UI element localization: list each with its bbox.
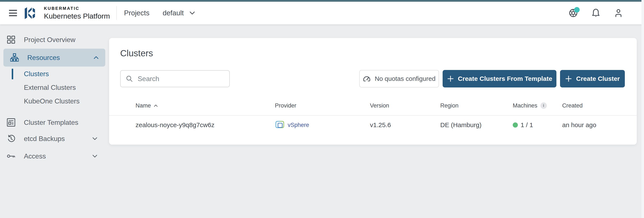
sidebar-item-etcd-backups[interactable]: etcd Backups <box>0 132 109 145</box>
column-header-provider[interactable]: Provider <box>275 102 370 109</box>
sidebar-subitem-kubeone-clusters[interactable]: KubeOne Clusters <box>0 94 109 108</box>
search-icon <box>126 75 133 82</box>
quotas-button[interactable]: No quotas configured <box>359 70 439 87</box>
column-header-version[interactable]: Version <box>370 102 440 109</box>
history-icon <box>6 134 16 143</box>
sidebar-item-label: External Clusters <box>24 84 76 92</box>
provider-label: vSphere <box>288 122 309 128</box>
project-selector[interactable]: default <box>162 9 195 17</box>
table-header: Name Provider Version Region Machines i … <box>109 101 637 110</box>
sidebar-item-resources[interactable]: Resources <box>4 49 105 67</box>
column-header-region[interactable]: Region <box>440 102 513 109</box>
hamburger-icon <box>9 10 17 11</box>
brand-text: KUBERMATIC Kubernetes Platform <box>44 6 110 20</box>
vsphere-icon <box>275 121 285 129</box>
cluster-table-row[interactable]: zealous-noyce-y9q8g7cw6z vSphere v1.25.6… <box>109 116 637 134</box>
quotas-button-label: No quotas configured <box>375 75 435 82</box>
sidebar-item-label: KubeOne Clusters <box>24 97 80 105</box>
search-input[interactable] <box>138 75 223 83</box>
page-title: Clusters <box>109 38 637 59</box>
grid-icon <box>6 36 16 44</box>
search-box <box>120 70 230 87</box>
notification-badge-dot <box>574 7 580 13</box>
sidebar-subitem-external-clusters[interactable]: External Clusters <box>0 81 109 94</box>
chevron-down-icon <box>189 11 195 15</box>
machines-cell: 1 / 1 <box>513 121 562 129</box>
sidebar-item-label: Resources <box>27 54 93 62</box>
person-icon <box>614 8 623 18</box>
gauge-icon <box>363 75 371 83</box>
machines-health-dot <box>513 122 518 128</box>
sidebar-item-label: Cluster Templates <box>24 119 102 126</box>
brand-name-small: KUBERMATIC <box>44 6 110 11</box>
project-selector-value: default <box>162 9 184 17</box>
info-icon[interactable]: i <box>540 102 547 109</box>
selected-indicator <box>12 69 13 79</box>
kubermatic-logo[interactable] <box>25 5 39 21</box>
column-header-created[interactable]: Created <box>562 102 637 109</box>
create-cluster-label: Create Cluster <box>576 75 620 82</box>
region-cell: DE (Hamburg) <box>440 121 513 129</box>
create-from-template-label: Create Clusters From Template <box>458 75 552 82</box>
changelog-button[interactable] <box>568 8 578 18</box>
brand-name-large: Kubernetes Platform <box>44 12 110 20</box>
sidebar-item-label: Project Overview <box>24 36 102 44</box>
sidebar: Project Overview Resources Clusters <box>0 24 109 218</box>
scrollbar[interactable] <box>642 0 644 218</box>
sidebar-item-label: Access <box>24 152 92 160</box>
header-divider <box>116 6 117 20</box>
top-accent-strip <box>0 0 644 2</box>
create-cluster-button[interactable]: Create Cluster <box>560 70 625 87</box>
nav-projects-link[interactable]: Projects <box>124 9 150 17</box>
sort-asc-icon <box>154 104 158 107</box>
template-icon <box>6 118 16 127</box>
notifications-button[interactable] <box>591 8 601 18</box>
provider-cell: vSphere <box>275 121 370 129</box>
chevron-up-icon <box>93 56 99 60</box>
sidebar-item-project-overview[interactable]: Project Overview <box>0 33 109 47</box>
sidebar-item-cluster-templates[interactable]: Cluster Templates <box>0 116 109 129</box>
sidebar-subitem-clusters[interactable]: Clusters <box>0 67 109 81</box>
create-clusters-from-template-button[interactable]: Create Clusters From Template <box>442 70 556 87</box>
machines-count: 1 / 1 <box>520 121 533 129</box>
created-cell: an hour ago <box>562 121 637 129</box>
app-header: KUBERMATIC Kubernetes Platform Projects … <box>0 2 644 24</box>
sidebar-item-label: Clusters <box>24 70 49 78</box>
plus-icon <box>565 75 572 82</box>
menu-button[interactable] <box>9 10 17 16</box>
toolbar: No quotas configured Create Clusters Fro… <box>120 70 625 87</box>
sidebar-item-access[interactable]: Access <box>0 149 109 163</box>
bell-icon <box>591 8 601 18</box>
column-header-machines[interactable]: Machines i <box>513 102 562 109</box>
sitemap-icon <box>10 53 19 62</box>
chevron-down-icon <box>92 154 98 158</box>
version-cell: v1.25.6 <box>370 121 440 129</box>
cluster-name-cell: zealous-noyce-y9q8g7cw6z <box>136 121 275 129</box>
user-menu-button[interactable] <box>613 8 624 18</box>
sidebar-item-label: etcd Backups <box>24 135 92 143</box>
chevron-down-icon <box>92 137 98 141</box>
clusters-card: Clusters No quotas configured <box>109 38 637 145</box>
plus-icon <box>447 75 454 82</box>
key-icon <box>6 152 16 160</box>
column-header-name[interactable]: Name <box>136 102 275 109</box>
